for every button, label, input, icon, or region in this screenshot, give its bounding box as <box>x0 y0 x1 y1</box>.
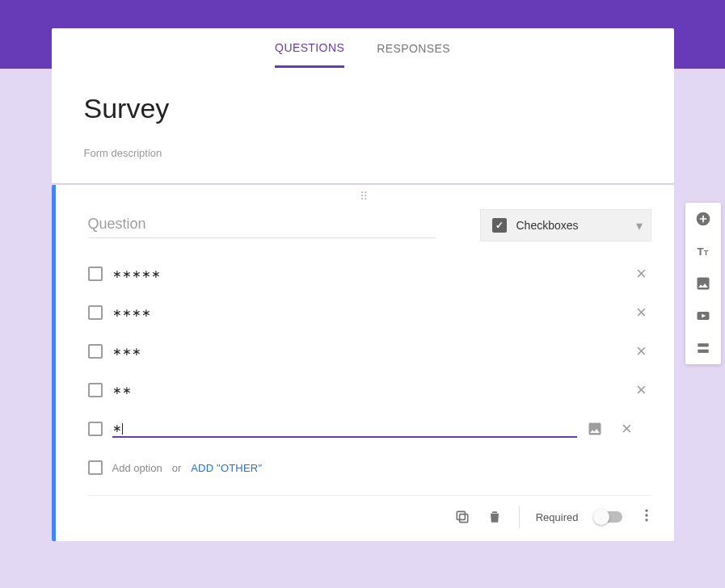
side-toolbar: TT <box>685 203 721 364</box>
drag-handle-icon[interactable] <box>56 185 674 203</box>
add-image-button[interactable] <box>695 275 711 292</box>
remove-option-button[interactable]: × <box>632 263 651 284</box>
option-text[interactable]: ∗∗ <box>112 382 622 398</box>
tab-responses[interactable]: RESPONSES <box>377 31 450 66</box>
chevron-down-icon: ▾ <box>636 218 643 233</box>
option-row: ∗∗ × <box>88 371 651 410</box>
question-type-dropdown[interactable]: Checkboxes ▾ <box>480 209 651 242</box>
svg-rect-10 <box>698 343 708 346</box>
svg-point-3 <box>645 514 647 516</box>
or-label: or <box>172 462 182 474</box>
svg-text:T: T <box>703 249 708 257</box>
remove-option-button[interactable]: × <box>632 380 651 401</box>
checkbox-icon <box>492 218 507 233</box>
add-section-button[interactable] <box>695 340 711 356</box>
add-option-button[interactable]: Add option <box>112 462 162 474</box>
option-text-input[interactable]: ∗ <box>112 420 577 438</box>
svg-rect-1 <box>457 511 465 519</box>
add-title-button[interactable]: TT <box>695 243 711 259</box>
option-row: ∗∗∗∗ × <box>88 293 651 332</box>
image-icon[interactable] <box>587 421 603 437</box>
checkbox-outline-icon <box>88 460 103 475</box>
svg-point-2 <box>645 510 647 512</box>
remove-option-button[interactable]: × <box>632 341 651 362</box>
add-other-button[interactable]: ADD "OTHER" <box>191 462 262 474</box>
checkbox-outline-icon <box>88 422 103 436</box>
checkbox-outline-icon <box>88 305 103 320</box>
checkbox-outline-icon <box>88 383 103 397</box>
svg-rect-11 <box>698 350 708 353</box>
svg-rect-0 <box>459 514 467 523</box>
form-description[interactable]: Form description <box>84 147 642 159</box>
option-text[interactable]: ∗∗∗ <box>112 343 622 359</box>
form-title[interactable]: Survey <box>84 93 642 124</box>
checkbox-outline-icon <box>88 267 103 281</box>
question-type-label: Checkboxes <box>516 219 626 232</box>
remove-option-button[interactable]: × <box>632 302 651 323</box>
tabs-bar: QUESTIONS RESPONSES <box>52 28 674 69</box>
duplicate-button[interactable] <box>454 509 470 525</box>
remove-option-button[interactable]: × <box>618 418 637 439</box>
svg-point-4 <box>645 519 647 521</box>
more-options-button[interactable] <box>639 507 655 527</box>
svg-text:T: T <box>697 246 703 258</box>
option-text[interactable]: ∗∗∗∗∗ <box>112 266 622 282</box>
option-text[interactable]: ∗∗∗∗ <box>112 304 622 321</box>
checkbox-outline-icon <box>88 344 103 359</box>
tab-questions[interactable]: QUESTIONS <box>275 30 344 68</box>
option-row: ∗∗∗ × <box>88 332 651 371</box>
question-card: Question Checkboxes ▾ ∗∗∗∗∗ × ∗∗∗∗ × ∗∗∗ <box>52 185 674 541</box>
question-title-input[interactable]: Question <box>88 212 436 238</box>
required-toggle[interactable] <box>595 511 622 523</box>
add-question-button[interactable] <box>695 211 711 227</box>
option-row: ∗∗∗∗∗ × <box>88 254 651 293</box>
delete-button[interactable] <box>487 509 503 525</box>
divider <box>519 506 520 528</box>
required-label: Required <box>536 511 579 523</box>
options-list: ∗∗∗∗∗ × ∗∗∗∗ × ∗∗∗ × ∗∗ × ∗ <box>56 246 674 452</box>
option-row: ∗ × <box>88 410 651 448</box>
add-video-button[interactable] <box>695 308 711 324</box>
